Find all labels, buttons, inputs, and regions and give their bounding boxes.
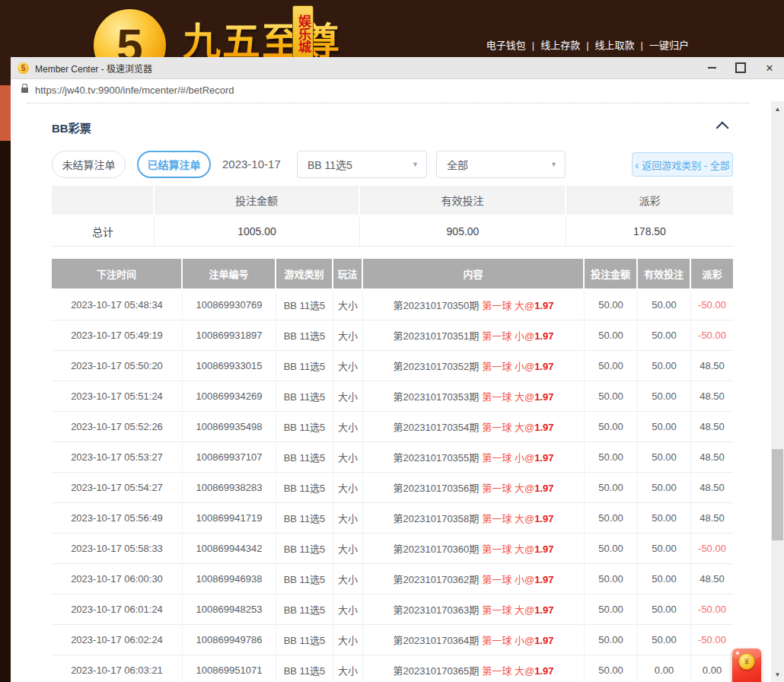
browser-titlebar: 5 Member Center - 极速浏览器 ✕ [11, 57, 784, 79]
cell-play: 大小 [333, 625, 363, 655]
cell-payout: 48.50 [691, 442, 733, 473]
content-period: 第202310170351期 [394, 330, 480, 342]
lock-icon[interactable] [21, 88, 28, 93]
cell-time: 2023-10-17 05:48:34 [52, 290, 183, 320]
table-row: 2023-10-17 06:02:24 100869949786 BB 11选5… [52, 625, 733, 655]
red-envelope-icon[interactable]: ¥ [732, 649, 761, 682]
cell-time: 2023-10-17 05:52:26 [52, 412, 183, 442]
cell-bet-amount: 50.00 [585, 655, 638, 682]
cell-bet-amount: 50.00 [585, 412, 638, 442]
table-row: 2023-10-17 05:50:20 100869933015 BB 11选5… [52, 351, 733, 381]
top-nav-link[interactable]: 线上取款 [595, 40, 635, 51]
cell-time: 2023-10-17 05:49:19 [52, 320, 183, 351]
cell-bet-id: 100869951071 [183, 655, 276, 682]
top-nav-link[interactable]: 电子钱包 [486, 40, 526, 51]
content-pick: 第一球 小@ [482, 574, 534, 585]
game-select[interactable]: BB 11选5 ▼ [297, 151, 427, 178]
cell-play: 大小 [333, 351, 363, 381]
content-period: 第202310170363期 [394, 604, 480, 616]
content-odds: 1.97 [534, 604, 553, 616]
content-pick: 第一球 大@ [482, 665, 534, 677]
header-play: 玩法 [333, 259, 363, 290]
table-row: 2023-10-17 06:00:30 100869946938 BB 11选5… [52, 564, 733, 594]
table-row: 2023-10-17 06:01:24 100869948253 BB 11选5… [52, 594, 733, 625]
close-icon: ✕ [766, 62, 774, 74]
maximize-button[interactable] [726, 57, 755, 78]
summary-payout: 178.50 [566, 216, 733, 247]
cell-payout: 48.50 [691, 412, 733, 442]
table-row: 2023-10-17 05:51:24 100869934269 BB 11选5… [52, 381, 733, 412]
cell-play: 大小 [333, 655, 363, 682]
cell-play: 大小 [333, 442, 363, 473]
cell-content: 第202310170358期第一球 大@1.97 [363, 503, 585, 534]
cell-valid-bet: 50.00 [638, 534, 691, 564]
content-period: 第202310170353期 [394, 391, 480, 403]
summary-header-bet-amount: 投注金额 [155, 186, 360, 216]
bets-table-body: 2023-10-17 05:48:34 100869930769 BB 11选5… [52, 290, 733, 682]
page-content: BB彩票 未结算注单 已结算注单 2023-10-17 BB 11选5 ▼ 全部… [11, 101, 771, 682]
back-arrow-icon: ‹ [635, 159, 639, 170]
back-button-label: 返回游戏类别 - 全部 [642, 158, 730, 172]
cell-bet-id: 100869933015 [183, 351, 276, 381]
content-period: 第202310170358期 [394, 513, 480, 524]
content-pick: 第一球 大@ [482, 300, 534, 311]
cell-bet-id: 100869934269 [183, 381, 276, 412]
dotted-divider [27, 103, 750, 104]
content-pick: 第一球 小@ [482, 452, 534, 464]
scroll-down-icon[interactable]: ▼ [771, 668, 784, 680]
content-period: 第202310170356期 [394, 483, 480, 494]
cell-content: 第202310170360期第一球 大@1.97 [363, 534, 585, 564]
cell-payout: 48.50 [691, 503, 733, 534]
scrollbar[interactable]: ▲ ▼ [771, 101, 784, 682]
cell-valid-bet: 50.00 [638, 412, 691, 442]
date-filter[interactable]: 2023-10-17 [222, 151, 281, 178]
content-pick: 第一球 大@ [482, 422, 534, 433]
table-row: 2023-10-17 05:52:26 100869935498 BB 11选5… [52, 412, 733, 442]
summary-table: 投注金额 有效投注 派彩 总计 1005.00 905.00 178.50 [52, 186, 733, 247]
content-period: 第202310170362期 [394, 574, 480, 585]
cell-bet-id: 100869944342 [183, 534, 276, 564]
scroll-up-icon[interactable]: ▲ [771, 103, 784, 115]
unsettled-bets-button[interactable]: 未结算注单 [52, 151, 126, 178]
cell-game: BB 11选5 [276, 594, 333, 625]
minimize-button[interactable] [697, 57, 726, 78]
bets-header-row: 下注时间 注单编号 游戏类别 玩法 内容 投注金额 有效投注 派彩 [52, 259, 733, 290]
top-nav-link[interactable]: 一键归户 [649, 40, 689, 51]
content-odds: 1.97 [534, 300, 553, 311]
chevron-down-icon: ▼ [550, 161, 557, 168]
content-pick: 第一球 小@ [482, 330, 534, 342]
browser-window: 5 Member Center - 极速浏览器 ✕ https://jw40.t… [11, 57, 784, 682]
cell-game: BB 11选5 [276, 564, 333, 594]
content-odds: 1.97 [534, 452, 553, 464]
content-pick: 第一球 小@ [482, 361, 534, 372]
cell-play: 大小 [333, 534, 363, 564]
header-bet-amount: 投注金额 [585, 259, 638, 290]
cell-game: BB 11选5 [276, 351, 333, 381]
site-header: 5 九五至尊 娱乐城 电子钱包|线上存款|线上取款|一键归户 [0, 0, 784, 57]
back-to-category-button[interactable]: ‹ 返回游戏类别 - 全部 [632, 152, 733, 177]
url-input[interactable]: https://jw40.tv:9900/infe/mcenter/#/betR… [11, 79, 784, 102]
settled-bets-button[interactable]: 已结算注单 [137, 151, 211, 178]
cell-play: 大小 [333, 594, 363, 625]
header-payout: 派彩 [691, 259, 733, 290]
top-nav-link[interactable]: 线上存款 [540, 40, 580, 51]
scrollbar-thumb[interactable] [772, 449, 783, 540]
summary-header-row: 投注金额 有效投注 派彩 [52, 186, 733, 216]
collapse-button[interactable] [715, 120, 730, 133]
cell-bet-amount: 50.00 [585, 503, 638, 534]
cell-time: 2023-10-17 05:58:33 [52, 534, 183, 564]
content-odds: 1.97 [534, 513, 553, 524]
scope-select[interactable]: 全部 ▼ [436, 151, 566, 178]
nav-separator: | [641, 40, 643, 51]
content-odds: 1.97 [534, 422, 553, 433]
cell-time: 2023-10-17 05:51:24 [52, 381, 183, 412]
cell-payout: -50.00 [691, 290, 733, 320]
screen: 5 九五至尊 娱乐城 电子钱包|线上存款|线上取款|一键归户 5 Member … [0, 0, 784, 682]
content-odds: 1.97 [534, 574, 553, 585]
cell-valid-bet: 50.00 [638, 290, 691, 320]
table-row: 2023-10-17 06:03:21 100869951071 BB 11选5… [52, 655, 733, 682]
cell-bet-id: 100869949786 [183, 625, 276, 655]
summary-total-row: 总计 1005.00 905.00 178.50 [52, 216, 733, 247]
bets-table: 下注时间 注单编号 游戏类别 玩法 内容 投注金额 有效投注 派彩 2023-1… [52, 259, 733, 682]
close-button[interactable]: ✕ [755, 57, 784, 78]
